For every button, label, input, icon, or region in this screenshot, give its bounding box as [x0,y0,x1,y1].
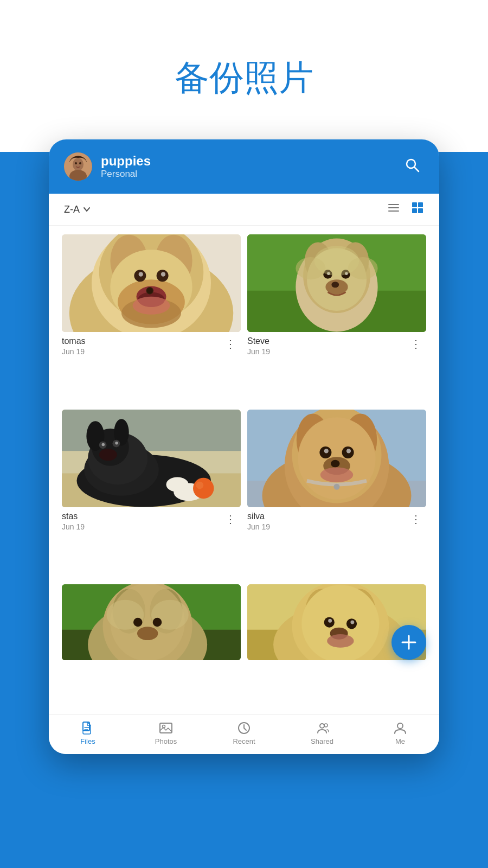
item-info: silva Jun 19 ⋮ [247,507,426,533]
nav-me[interactable]: Me [378,721,422,745]
plus-icon [400,634,418,651]
svg-point-103 [328,619,332,623]
svg-point-104 [350,621,354,624]
svg-point-65 [196,481,204,489]
me-icon [393,721,407,735]
item-name: silva [247,512,270,521]
item-text: tomas Jun 19 [62,336,86,356]
list-item: Steve Jun 19 ⋮ [247,234,426,403]
svg-point-80 [320,467,354,482]
item-thumbnail[interactable] [62,234,241,332]
sort-button[interactable]: Z-A [64,204,91,215]
more-button[interactable]: ⋮ [406,336,426,352]
list-item: silva Jun 19 ⋮ [247,410,426,578]
svg-point-100 [301,585,379,661]
header-text: puppies Personal [101,154,151,180]
toolbar-right [387,201,424,218]
svg-point-4 [79,162,81,164]
svg-rect-13 [418,208,423,213]
nav-recent[interactable]: Recent [222,721,266,745]
toolbar: Z-A [49,194,439,226]
list-item: tomas Jun 19 ⋮ [62,234,241,403]
more-button[interactable]: ⋮ [406,512,426,527]
app-header: puppies Personal [49,139,439,194]
chevron-down-icon [83,206,91,213]
shared-icon [315,721,329,735]
item-thumbnail[interactable] [62,410,241,507]
avatar-image [64,152,92,181]
svg-point-29 [133,297,170,315]
item-thumbnail[interactable] [62,584,241,660]
list-item [62,584,241,705]
files-icon [81,721,95,735]
item-date: Jun 19 [62,347,86,356]
item-date: Jun 19 [62,522,85,531]
nav-photos[interactable]: Photos [144,721,188,745]
svg-point-59 [102,443,105,446]
svg-point-117 [397,723,403,729]
bottom-navigation: Files Photos Recent Shared [49,714,439,754]
svg-point-25 [139,272,143,276]
nav-recent-label: Recent [233,737,255,745]
svg-rect-11 [418,202,423,207]
item-info: tomas Jun 19 ⋮ [62,332,241,358]
svg-point-47 [314,246,359,276]
svg-point-79 [331,459,340,467]
more-button[interactable]: ⋮ [221,336,241,352]
dog-photo-stas [62,410,241,507]
svg-rect-12 [412,208,417,213]
svg-point-92 [153,618,162,627]
nav-shared-label: Shared [311,737,333,745]
svg-point-60 [115,442,118,445]
phone-frame: puppies Personal Z-A [49,139,439,754]
svg-point-31 [147,288,153,293]
item-info: Steve Jun 19 ⋮ [247,332,426,358]
svg-line-6 [414,167,419,171]
svg-point-64 [193,477,214,499]
nav-files[interactable]: Files [66,721,110,745]
add-button[interactable] [391,625,426,660]
item-date: Jun 19 [247,522,270,531]
item-info: stas Jun 19 ⋮ [62,507,241,533]
more-button[interactable]: ⋮ [221,512,241,527]
nav-shared[interactable]: Shared [300,721,344,745]
dog-photo-steve [247,234,426,332]
page-title: 备份照片 [0,33,488,118]
dog-photo-5 [62,584,241,660]
svg-point-26 [161,272,165,276]
svg-point-93 [137,627,158,641]
item-thumbnail[interactable] [247,410,426,507]
list-view-button[interactable] [387,201,400,218]
svg-point-116 [324,724,328,727]
svg-point-77 [346,449,351,453]
svg-point-44 [331,282,339,288]
svg-point-3 [75,162,77,164]
nav-files-label: Files [80,737,95,745]
svg-point-81 [334,483,340,489]
header-left: puppies Personal [64,152,151,181]
svg-point-63 [166,477,189,492]
folder-type: Personal [101,169,151,180]
svg-point-1 [73,158,84,171]
grid-icon [411,201,424,214]
item-name: tomas [62,336,86,346]
folder-name: puppies [101,154,151,169]
item-text: silva Jun 19 [247,512,270,531]
svg-point-76 [324,449,329,453]
svg-point-91 [133,618,143,627]
item-date: Jun 19 [247,347,270,356]
sort-label: Z-A [64,204,80,215]
item-thumbnail[interactable] [247,234,426,332]
nav-photos-label: Photos [155,737,177,745]
avatar[interactable] [64,152,92,181]
svg-point-115 [320,724,324,728]
search-icon [404,157,420,173]
list-icon [387,201,400,214]
item-text: stas Jun 19 [62,512,85,531]
search-button[interactable] [400,153,424,181]
svg-rect-10 [412,202,417,207]
grid-view-button[interactable] [411,201,424,218]
avatar-svg [64,152,92,181]
item-name: stas [62,512,85,521]
recent-icon [237,721,251,735]
